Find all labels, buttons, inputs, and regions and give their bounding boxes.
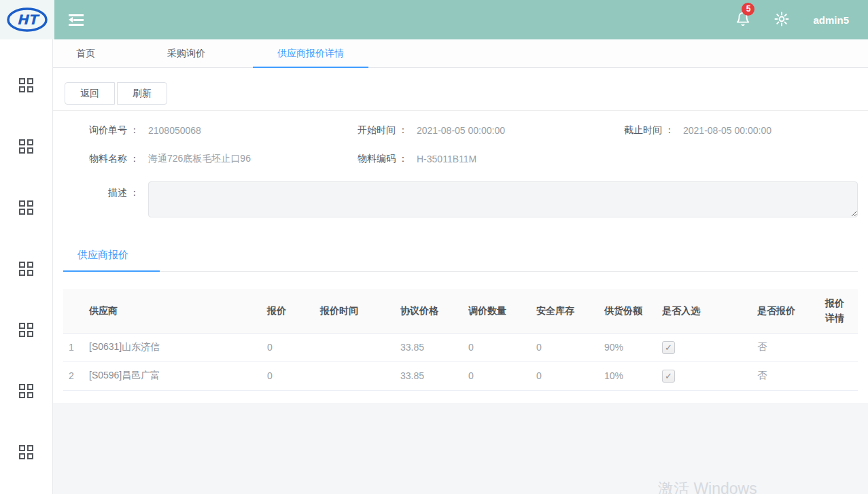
breadcrumb-tabbar: 首页 采购询价 供应商报价详情: [53, 39, 868, 68]
cell-quote-time: [315, 333, 395, 361]
cell-quoted: 否: [752, 333, 820, 361]
cell-agreement-price: 33.85: [395, 361, 463, 390]
description-textarea[interactable]: [148, 181, 858, 217]
col-supplier: 供应商: [84, 289, 262, 333]
material-name-value: 海通726底板毛坯止口96: [148, 153, 251, 165]
col-selected: 是否入选: [657, 289, 752, 333]
description-label: 描述 ：: [63, 181, 139, 217]
cell-agreement-price: 33.85: [395, 333, 463, 361]
sidebar-collapse-icon[interactable]: [69, 14, 84, 26]
cell-supplier: [S0631]山东济信: [84, 333, 262, 361]
col-quote: 报价: [262, 289, 315, 333]
grid-menu-icon[interactable]: [19, 445, 34, 460]
content-background: [53, 403, 868, 494]
material-code-label: 物料编码 ：: [332, 153, 408, 165]
cell-selected: ✓: [657, 333, 752, 361]
notification-badge: 5: [742, 3, 754, 16]
app-header: HT 5 admin5: [0, 0, 868, 39]
inquiry-detail-form: 询价单号 ： 2108050068 开始时间 ： 2021-08-05 00:0…: [53, 111, 868, 230]
left-sidebar: [0, 39, 53, 494]
col-quote-detail: 报价详情: [820, 289, 858, 333]
quote-section-tabs: 供应商报价: [63, 241, 858, 272]
cell-quote-time: [315, 361, 395, 390]
inquiry-no-label: 询价单号 ：: [63, 124, 139, 137]
grid-menu-icon[interactable]: [19, 139, 34, 154]
cell-index: 2: [63, 361, 84, 390]
col-adjust-qty: 调价数量: [463, 289, 531, 333]
start-time-value: 2021-08-05 00:00:00: [417, 125, 505, 136]
app-window: HT 5 admin5: [0, 0, 868, 494]
end-time-label: 截止时间 ：: [598, 124, 674, 137]
end-time-value: 2021-08-05 00:00:00: [683, 125, 771, 136]
grid-menu-icon[interactable]: [19, 78, 34, 93]
cell-adjust-qty: 0: [463, 333, 531, 361]
cell-safety-stock: 0: [531, 361, 599, 390]
cell-detail: [820, 333, 858, 361]
refresh-button[interactable]: 刷新: [117, 82, 167, 105]
table-body: 1[S0631]山东济信033.850090%✓否2[S0596]昌邑广富033…: [63, 333, 858, 390]
back-button[interactable]: 返回: [65, 82, 115, 105]
cell-quote: 0: [262, 361, 315, 390]
toolbar: 返回 刷新: [53, 68, 868, 111]
table-header-row: 供应商 报价 报价时间 协议价格 调价数量 安全库存 供货份额 是否入选 是否报…: [63, 289, 858, 333]
tab-supplier-quotes[interactable]: 供应商报价: [63, 241, 143, 271]
grid-menu-icon[interactable]: [19, 200, 34, 215]
selected-checkbox: ✓: [662, 341, 675, 354]
cell-supply-share: 10%: [599, 361, 657, 390]
col-quoted: 是否报价: [752, 289, 820, 333]
cell-supply-share: 90%: [599, 333, 657, 361]
tab-home[interactable]: 首页: [67, 39, 105, 67]
cell-index: 1: [63, 333, 84, 361]
logo-icon: HT: [6, 6, 48, 33]
start-time-label: 开始时间 ：: [332, 124, 408, 137]
selected-checkbox: ✓: [662, 370, 675, 383]
settings-gear-icon[interactable]: [774, 11, 790, 29]
material-code-value: H-35011B11M: [417, 154, 476, 164]
cell-supplier: [S0596]昌邑广富: [84, 361, 262, 390]
grid-menu-icon[interactable]: [19, 384, 34, 399]
tab-purchase-inquiry[interactable]: 采购询价: [158, 39, 215, 67]
col-index: [63, 289, 84, 333]
col-quote-time: 报价时间: [315, 289, 395, 333]
cell-quote: 0: [262, 333, 315, 361]
tab-supplier-quote-detail[interactable]: 供应商报价详情: [268, 39, 353, 67]
cell-safety-stock: 0: [531, 333, 599, 361]
grid-menu-icon[interactable]: [19, 323, 34, 338]
company-logo: HT: [0, 0, 54, 39]
notification-bell-icon[interactable]: 5: [735, 11, 750, 29]
grid-menu-icon[interactable]: [19, 262, 34, 277]
cell-selected: ✓: [657, 361, 752, 390]
cell-adjust-qty: 0: [463, 361, 531, 390]
material-name-label: 物料名称 ：: [63, 153, 139, 165]
col-supply-share: 供货份额: [599, 289, 657, 333]
inquiry-no-value: 2108050068: [148, 125, 201, 136]
supplier-quote-table: 供应商 报价 报价时间 协议价格 调价数量 安全库存 供货份额 是否入选 是否报…: [63, 289, 858, 391]
cell-detail: [820, 361, 858, 390]
svg-text:HT: HT: [17, 12, 41, 28]
col-safety-stock: 安全库存: [531, 289, 599, 333]
table-row[interactable]: 1[S0631]山东济信033.850090%✓否: [63, 333, 858, 361]
col-agreement-price: 协议价格: [395, 289, 463, 333]
table-row[interactable]: 2[S0596]昌邑广富033.850010%✓否: [63, 361, 858, 390]
current-user[interactable]: admin5: [813, 14, 849, 26]
cell-quoted: 否: [752, 361, 820, 390]
